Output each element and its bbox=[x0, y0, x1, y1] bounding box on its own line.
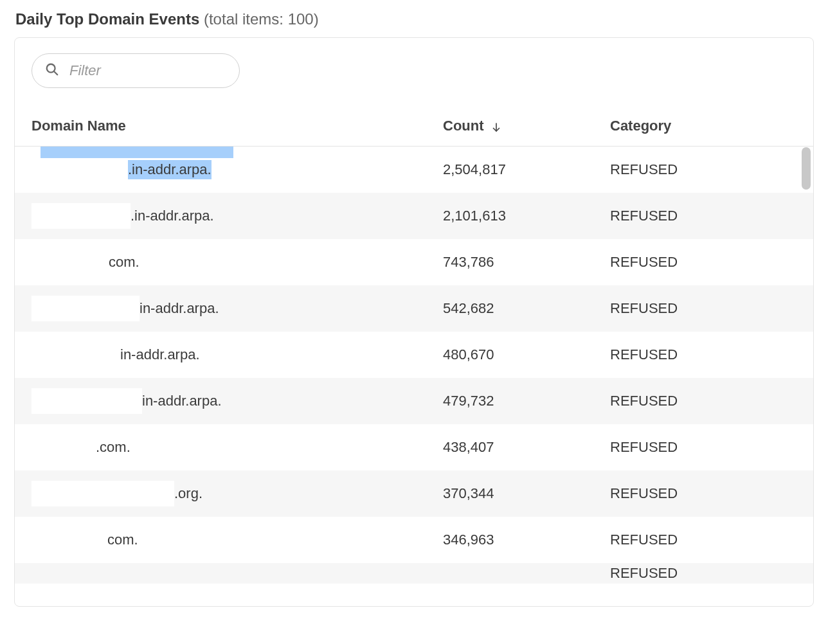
table-row[interactable]: .org.370,344REFUSED bbox=[15, 470, 813, 517]
domain-suffix: .in-addr.arpa. bbox=[128, 160, 212, 179]
table-row[interactable]: com.743,786REFUSED bbox=[15, 239, 813, 285]
redacted-prefix bbox=[32, 157, 128, 183]
count-cell: 370,344 bbox=[443, 485, 610, 502]
count-cell: 479,732 bbox=[443, 393, 610, 409]
filter-field[interactable] bbox=[32, 53, 240, 88]
domain-cell: .in-addr.arpa. bbox=[32, 147, 443, 193]
filter-input[interactable] bbox=[68, 62, 248, 80]
redacted-prefix bbox=[32, 434, 96, 460]
col-domain-name[interactable]: Domain Name bbox=[32, 118, 443, 134]
domain-cell: in-addr.arpa. bbox=[32, 285, 443, 332]
domain-cell: com. bbox=[32, 239, 443, 285]
domain-cell: in-addr.arpa. bbox=[32, 378, 443, 424]
count-cell: 542,682 bbox=[443, 300, 610, 317]
table-row[interactable]: in-addr.arpa.480,670REFUSED bbox=[15, 332, 813, 378]
redacted-prefix bbox=[32, 249, 109, 275]
table-row[interactable]: .in-addr.arpa.2,101,613REFUSED bbox=[15, 193, 813, 239]
category-cell: REFUSED bbox=[610, 346, 813, 363]
domain-suffix: in-addr.arpa. bbox=[142, 393, 222, 409]
scrollbar-thumb[interactable] bbox=[802, 147, 811, 190]
svg-line-1 bbox=[54, 71, 57, 75]
count-cell: 480,670 bbox=[443, 346, 610, 363]
domain-cell: .in-addr.arpa. bbox=[32, 193, 443, 239]
count-cell: 2,101,613 bbox=[443, 208, 610, 224]
category-cell: REFUSED bbox=[610, 300, 813, 317]
domain-suffix: .in-addr.arpa. bbox=[130, 208, 214, 224]
domain-cell: in-addr.arpa. bbox=[32, 332, 443, 378]
col-category-label: Category bbox=[610, 118, 671, 134]
redacted-prefix bbox=[32, 481, 174, 506]
scrollbar-track[interactable] bbox=[802, 147, 811, 597]
domain-cell: com. bbox=[32, 517, 443, 563]
category-cell: REFUSED bbox=[610, 254, 813, 271]
col-count-label: Count bbox=[443, 118, 484, 134]
count-cell: 438,407 bbox=[443, 439, 610, 456]
redacted-prefix bbox=[32, 203, 130, 229]
sort-desc-icon bbox=[491, 120, 502, 132]
domain-cell bbox=[32, 563, 443, 584]
domain-cell: .com. bbox=[32, 424, 443, 470]
category-cell: REFUSED bbox=[610, 393, 813, 409]
events-panel: Domain Name Count Category .in-addr.arpa… bbox=[14, 37, 814, 607]
redacted-prefix bbox=[32, 342, 120, 368]
count-cell: 2,504,817 bbox=[443, 161, 610, 178]
domain-suffix: in-addr.arpa. bbox=[140, 300, 219, 317]
table-header: Domain Name Count Category bbox=[15, 106, 813, 147]
events-table: Domain Name Count Category .in-addr.arpa… bbox=[15, 106, 813, 596]
table-row[interactable]: .com.438,407REFUSED bbox=[15, 424, 813, 470]
col-category[interactable]: Category bbox=[610, 118, 813, 134]
category-cell: REFUSED bbox=[610, 532, 813, 548]
selection-highlight bbox=[40, 147, 233, 158]
domain-cell: .org. bbox=[32, 470, 443, 517]
table-row[interactable]: .in-addr.arpa.2,504,817REFUSED bbox=[15, 147, 813, 193]
page-title: Daily Top Domain Events (total items: 10… bbox=[15, 10, 814, 28]
redacted-prefix bbox=[32, 527, 107, 553]
count-cell: 743,786 bbox=[443, 254, 610, 271]
table-row[interactable]: REFUSED bbox=[15, 563, 813, 584]
col-domain-label: Domain Name bbox=[32, 118, 126, 134]
domain-suffix: com. bbox=[109, 254, 140, 271]
search-icon bbox=[45, 62, 59, 79]
category-cell: REFUSED bbox=[610, 208, 813, 224]
category-cell: REFUSED bbox=[610, 161, 813, 178]
title-main: Daily Top Domain Events bbox=[15, 10, 199, 28]
title-sub-text: (total items: 100) bbox=[204, 10, 319, 28]
domain-suffix: in-addr.arpa. bbox=[120, 346, 200, 363]
col-count[interactable]: Count bbox=[443, 118, 610, 134]
table-body: .in-addr.arpa.2,504,817REFUSED.in-addr.a… bbox=[15, 147, 813, 596]
domain-suffix: com. bbox=[107, 532, 138, 548]
redacted-prefix bbox=[32, 296, 140, 321]
category-cell: REFUSED bbox=[610, 439, 813, 456]
category-cell: REFUSED bbox=[610, 485, 813, 502]
domain-suffix: .com. bbox=[96, 439, 130, 456]
table-row[interactable]: in-addr.arpa.479,732REFUSED bbox=[15, 378, 813, 424]
count-cell: 346,963 bbox=[443, 532, 610, 548]
redacted-prefix bbox=[32, 388, 142, 414]
table-row[interactable]: in-addr.arpa.542,682REFUSED bbox=[15, 285, 813, 332]
category-cell: REFUSED bbox=[610, 565, 813, 582]
table-row[interactable]: com.346,963REFUSED bbox=[15, 517, 813, 563]
domain-suffix: .org. bbox=[174, 485, 203, 502]
